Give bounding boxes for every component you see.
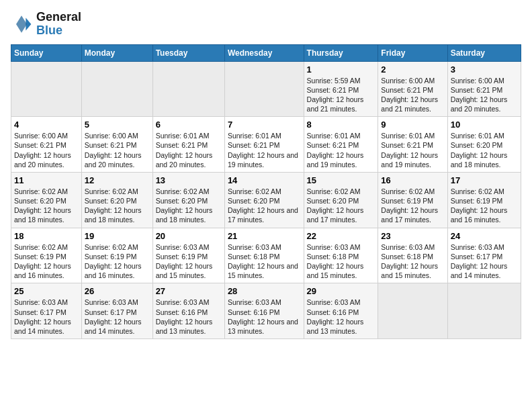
calendar-cell: 16Sunrise: 6:02 AMSunset: 6:19 PMDayligh… [378,172,447,228]
day-info: Sunset: 6:20 PM [14,196,79,205]
day-info: Sunrise: 6:03 AM [156,298,222,307]
day-number: 28 [228,286,301,296]
calendar-cell: 5Sunrise: 6:00 AMSunset: 6:21 PMDaylight… [81,117,152,173]
day-info: Daylight: 12 hours and 13 minutes. [307,317,375,336]
day-info: Sunset: 6:16 PM [228,308,301,317]
calendar-cell: 14Sunrise: 6:02 AMSunset: 6:20 PMDayligh… [224,172,304,228]
calendar-body: 1Sunrise: 5:59 AMSunset: 6:21 PMDaylight… [11,61,521,338]
header-day-tuesday: Tuesday [152,44,224,61]
day-info: Daylight: 12 hours and 20 minutes. [85,150,150,169]
header-day-monday: Monday [81,44,152,61]
day-info: Daylight: 12 hours and 18 minutes. [156,205,222,224]
day-info: Sunset: 6:21 PM [228,140,301,150]
day-info: Daylight: 12 hours and 15 minutes. [381,261,444,280]
calendar-cell [378,283,447,339]
day-info: Daylight: 12 hours and 13 minutes. [156,317,222,336]
page-header: General Blue [11,11,521,38]
day-info: Sunrise: 6:02 AM [156,187,222,196]
calendar-cell: 20Sunrise: 6:03 AMSunset: 6:19 PMDayligh… [152,228,224,283]
day-info: Sunset: 6:17 PM [14,308,79,317]
day-info: Sunrise: 6:01 AM [307,131,375,140]
day-info: Sunset: 6:16 PM [156,308,222,317]
day-info: Daylight: 12 hours and 15 minutes. [228,261,301,280]
day-number: 9 [381,120,444,130]
day-info: Sunset: 6:21 PM [14,140,79,150]
logo: General Blue [11,11,81,38]
day-info: Daylight: 12 hours and 18 minutes. [451,150,518,169]
calendar-cell: 18Sunrise: 6:02 AMSunset: 6:19 PMDayligh… [11,228,82,283]
day-info: Sunset: 6:21 PM [156,140,222,150]
day-info: Daylight: 12 hours and 16 minutes. [451,205,518,224]
day-number: 1 [307,64,375,75]
calendar-cell: 6Sunrise: 6:01 AMSunset: 6:21 PMDaylight… [152,117,224,173]
day-info: Daylight: 12 hours and 20 minutes. [156,150,222,169]
day-info: Daylight: 12 hours and 15 minutes. [156,261,222,280]
day-info: Sunset: 6:18 PM [307,252,375,261]
day-number: 13 [156,175,222,185]
day-info: Sunset: 6:16 PM [307,308,375,317]
day-number: 11 [14,175,79,185]
day-number: 12 [85,175,150,185]
calendar-cell [81,61,152,117]
day-number: 24 [451,231,518,241]
week-row-5: 25Sunrise: 6:03 AMSunset: 6:17 PMDayligh… [11,283,521,339]
calendar-cell [447,283,521,339]
calendar-cell: 25Sunrise: 6:03 AMSunset: 6:17 PMDayligh… [11,283,82,339]
day-info: Sunset: 6:19 PM [451,196,518,205]
day-number: 26 [85,286,150,296]
calendar-cell [152,61,224,117]
day-info: Sunset: 6:18 PM [228,252,301,261]
day-number: 18 [14,231,79,241]
calendar-cell: 8Sunrise: 6:01 AMSunset: 6:21 PMDaylight… [304,117,378,173]
day-info: Daylight: 12 hours and 14 minutes. [14,317,79,336]
calendar-cell: 21Sunrise: 6:03 AMSunset: 6:18 PMDayligh… [224,228,304,283]
calendar-cell [11,61,82,117]
calendar-cell: 29Sunrise: 6:03 AMSunset: 6:16 PMDayligh… [304,283,378,339]
day-number: 21 [228,231,301,241]
day-info: Sunrise: 5:59 AM [307,76,375,85]
day-number: 17 [451,175,518,185]
day-info: Sunset: 6:20 PM [451,140,518,150]
calendar-table: SundayMondayTuesdayWednesdayThursdayFrid… [11,44,521,339]
day-info: Sunrise: 6:03 AM [307,298,375,307]
calendar-cell: 15Sunrise: 6:02 AMSunset: 6:20 PMDayligh… [304,172,378,228]
day-info: Sunrise: 6:02 AM [307,187,375,196]
calendar-cell: 9Sunrise: 6:01 AMSunset: 6:21 PMDaylight… [378,117,447,173]
day-number: 2 [381,64,444,75]
header-day-thursday: Thursday [304,44,378,61]
day-info: Sunrise: 6:02 AM [451,187,518,196]
day-info: Daylight: 12 hours and 14 minutes. [85,317,150,336]
calendar-header: SundayMondayTuesdayWednesdayThursdayFrid… [11,44,521,61]
day-info: Sunset: 6:19 PM [156,252,222,261]
day-info: Daylight: 12 hours and 17 minutes. [307,205,375,224]
day-number: 3 [451,64,518,75]
day-info: Daylight: 12 hours and 16 minutes. [85,261,150,280]
day-info: Sunrise: 6:03 AM [228,242,301,252]
calendar-cell: 12Sunrise: 6:02 AMSunset: 6:20 PMDayligh… [81,172,152,228]
day-info: Sunset: 6:20 PM [156,196,222,205]
day-info: Daylight: 12 hours and 18 minutes. [85,205,150,224]
calendar-cell: 7Sunrise: 6:01 AMSunset: 6:21 PMDaylight… [224,117,304,173]
day-info: Sunrise: 6:00 AM [85,131,150,140]
day-info: Sunrise: 6:03 AM [156,242,222,252]
day-info: Sunrise: 6:01 AM [156,131,222,140]
day-info: Sunrise: 6:01 AM [381,131,444,140]
day-number: 6 [156,120,222,130]
day-info: Sunrise: 6:00 AM [381,76,444,85]
day-info: Daylight: 12 hours and 20 minutes. [451,95,518,113]
calendar-cell: 17Sunrise: 6:02 AMSunset: 6:19 PMDayligh… [447,172,521,228]
day-info: Daylight: 12 hours and 13 minutes. [228,317,301,336]
calendar-cell: 26Sunrise: 6:03 AMSunset: 6:17 PMDayligh… [81,283,152,339]
day-number: 7 [228,120,301,130]
day-number: 8 [307,120,375,130]
day-info: Sunset: 6:19 PM [381,196,444,205]
day-number: 22 [307,231,375,241]
calendar-cell: 19Sunrise: 6:02 AMSunset: 6:19 PMDayligh… [81,228,152,283]
day-info: Sunrise: 6:01 AM [228,131,301,140]
day-info: Sunset: 6:20 PM [85,196,150,205]
header-day-friday: Friday [378,44,447,61]
day-info: Sunset: 6:19 PM [14,252,79,261]
calendar-cell: 3Sunrise: 6:00 AMSunset: 6:21 PMDaylight… [447,61,521,117]
day-info: Sunrise: 6:03 AM [85,298,150,307]
calendar-cell: 2Sunrise: 6:00 AMSunset: 6:21 PMDaylight… [378,61,447,117]
